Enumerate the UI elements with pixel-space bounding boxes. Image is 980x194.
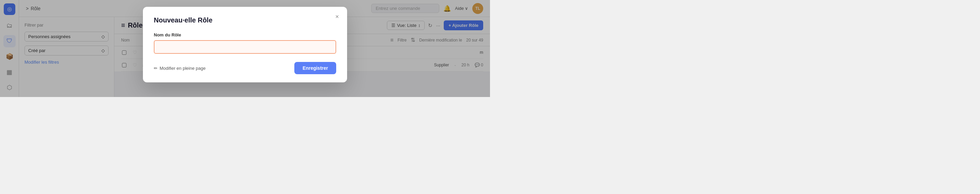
edit-icon: ✏	[154, 66, 158, 71]
edit-full-page-link[interactable]: ✏ Modifier en pleine page	[154, 66, 205, 71]
modal-overlay: Nouveau·elle Rôle × Nom du Rôle ✏ Modifi…	[0, 0, 490, 97]
edit-link-label: Modifier en pleine page	[159, 66, 205, 71]
save-button[interactable]: Enregistrer	[294, 62, 336, 74]
modal-dialog: Nouveau·elle Rôle × Nom du Rôle ✏ Modifi…	[143, 7, 347, 83]
modal-field-label: Nom du Rôle	[154, 32, 336, 37]
modal-footer: ✏ Modifier en pleine page Enregistrer	[154, 62, 336, 74]
role-name-input[interactable]	[154, 40, 336, 54]
modal-title: Nouveau·elle Rôle	[154, 16, 336, 24]
modal-close-button[interactable]: ×	[335, 14, 339, 20]
